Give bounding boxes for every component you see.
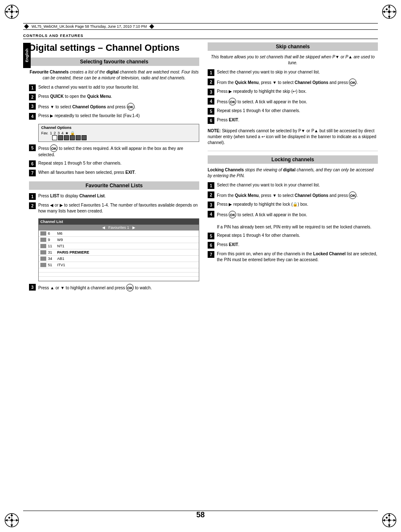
corner-decoration-tr: [381, 3, 398, 20]
two-column-layout: Digital settings – Channel Options Selec…: [23, 42, 378, 296]
selecting-favourites-section: Selecting favourite channels Favourite C…: [29, 58, 199, 176]
channel-list-box: Channel List ◀ Favourites 1 ▶ 6 M6 9 W9: [38, 218, 199, 281]
skip-step-6: 6 Press EXIT.: [208, 117, 378, 124]
step-6: 6 Repeat steps 1 through 5 for other cha…: [29, 160, 199, 167]
step-num-6: 6: [29, 160, 36, 167]
lock-step-text-2: From the Quick Menu, press ▼ to select C…: [217, 191, 358, 199]
skip-channels-section: Skip channels This feature allows you to…: [208, 42, 378, 146]
channel-list-nav: ◀ Favourites 1 ▶: [39, 225, 199, 231]
favourite-channel-lists-section: Favourite Channel Lists 1 Press LIST to …: [29, 181, 199, 291]
right-column: Skip channels This feature allows you to…: [208, 42, 378, 296]
fav-list-step-num-3: 3: [29, 284, 36, 291]
step-num-3: 3: [29, 103, 36, 110]
svg-marker-15: [383, 10, 385, 13]
diamond-icon: [24, 24, 29, 29]
ch-num-2: 9: [48, 238, 55, 242]
step-text-5: Press OK to select the ones required. A …: [38, 144, 199, 158]
step-3: 3 Press ▼ to select Channel Options and …: [29, 103, 199, 110]
lock-step-num-1: 1: [208, 182, 214, 189]
fav-squares: [52, 135, 87, 140]
fav-list-step-num-2: 2: [29, 202, 36, 209]
ch-num-5: 34: [48, 257, 55, 261]
ch-num-6: 51: [48, 263, 55, 267]
language-tab: English: [23, 43, 31, 68]
fav-col-1: 1: [50, 131, 52, 135]
lock-step-num-2: 2: [208, 191, 214, 198]
lock-step-text-1: Select the channel you want to lock in y…: [217, 182, 320, 188]
svg-marker-5: [11, 16, 13, 18]
step-text-2: Press QUICK to open the Quick Menu.: [38, 94, 112, 100]
skip-step-text-3: Press ▶ repeatedly to highlight the skip…: [217, 89, 306, 94]
ch-icon-2: [40, 238, 46, 242]
ch-num-1: 6: [48, 231, 55, 236]
skip-step-text-2: From the Quick Menu, press ▼ to select C…: [217, 79, 358, 86]
svg-point-30: [388, 519, 390, 522]
fav-row: Fav. 1 2 3 4 ★ 🔒: [41, 131, 196, 135]
step-text-1: Select a channel you want to add to your…: [38, 84, 139, 90]
selecting-favourites-intro: Favourite Channels creates a list of the…: [29, 69, 199, 81]
svg-marker-32: [388, 524, 390, 527]
step-num-4: 4: [29, 113, 36, 120]
fav-col-star: ★: [65, 131, 69, 135]
main-content: CONTROLS AND FEATURES English Digital se…: [23, 34, 378, 498]
step-text-3: Press ▼ to select Channel Options and pr…: [38, 103, 135, 110]
fav-list-step-3: 3 Press ▲ or ▼ to highlight a channel an…: [29, 284, 199, 291]
page-title: Digital settings – Channel Options: [29, 42, 199, 53]
fav-squares-row: [41, 135, 196, 140]
svg-marker-23: [11, 524, 13, 527]
left-column: Digital settings – Channel Options Selec…: [23, 42, 199, 296]
skip-channels-note: NOTE: Skipped channels cannot be selecte…: [208, 128, 378, 146]
lock-step-num-6: 6: [208, 242, 214, 249]
channel-list-title: Channel List: [39, 219, 199, 225]
ch-icon-5: [40, 257, 46, 261]
fav-sq-2: [58, 135, 63, 140]
channel-options-title: Channel Options: [41, 126, 196, 130]
lock-step-5: 5 Repeat steps 1 through 4 for other cha…: [208, 233, 378, 239]
ch-empty-3: [39, 277, 199, 281]
ch-name-2: W9: [57, 238, 63, 242]
lock-step-text-3: Press ▶ repeatedly to highlight the lock…: [217, 202, 308, 207]
lock-step-1: 1 Select the channel you want to lock in…: [208, 182, 378, 189]
step-4: 4 Press ▶ repeatedly to select the favou…: [29, 113, 199, 120]
ch-name-3: NT1: [57, 244, 64, 248]
step-5: 5 Press OK to select the ones required. …: [29, 144, 199, 158]
corner-decoration-br: [381, 512, 398, 529]
svg-rect-35: [385, 516, 388, 519]
ch-name-6: ITV1: [57, 263, 65, 267]
top-bar-text: WL75_WebOM_UK.book Page 58 Thursday, Jun…: [32, 24, 147, 29]
skip-channels-steps: 1 Select the channel you want to skip in…: [208, 69, 378, 124]
top-bar: WL75_WebOM_UK.book Page 58 Thursday, Jun…: [23, 23, 378, 30]
svg-marker-25: [16, 519, 18, 522]
ch-name-1: M6: [57, 231, 63, 236]
svg-point-3: [11, 10, 13, 13]
ch-icon-4: [40, 250, 46, 254]
step-2: 2 Press QUICK to open the Quick Menu.: [29, 94, 199, 100]
channel-list-item-4: 31 PARIS PREMIERE: [39, 249, 199, 256]
fav-list-step-text-3: Press ▲ or ▼ to highlight a channel and …: [38, 284, 152, 291]
fav-sq-3: [64, 135, 69, 140]
diamond-icon-2: [150, 24, 154, 29]
fav-col-3: 3: [58, 131, 60, 135]
fav-list-step-num-1: 1: [29, 193, 36, 200]
fav-col-4: 4: [61, 131, 63, 135]
skip-step-2: 2 From the Quick Menu, press ▼ to select…: [208, 79, 378, 86]
step-num-7: 7: [29, 170, 36, 176]
channel-list-item-2: 9 W9: [39, 237, 199, 243]
ch-num-4: 31: [48, 250, 55, 254]
lock-step-6: 6 Press EXIT.: [208, 242, 378, 249]
lock-step-text-7: From this point on, when any of the chan…: [217, 251, 378, 263]
ch-icon-1: [40, 231, 46, 236]
channel-list-item-5: 34 AB1: [39, 256, 199, 262]
selecting-favourites-header: Selecting favourite channels: [29, 58, 199, 66]
fav-label: Fav.: [41, 131, 48, 135]
svg-marker-14: [388, 16, 390, 18]
fav-sq-4: [70, 135, 75, 140]
ch-name-5: AB1: [57, 257, 64, 261]
lock-step-3: 3 Press ▶ repeatedly to highlight the lo…: [208, 202, 378, 208]
ch-icon-3: [40, 244, 46, 248]
skip-step-text-1: Select the channel you want to skip in y…: [217, 69, 320, 75]
skip-step-num-4: 4: [208, 98, 214, 105]
step-7: 7 When all favourites have been selected…: [29, 170, 199, 176]
skip-channels-intro: This feature allows you to set channels …: [208, 54, 378, 66]
svg-marker-6: [5, 10, 8, 13]
